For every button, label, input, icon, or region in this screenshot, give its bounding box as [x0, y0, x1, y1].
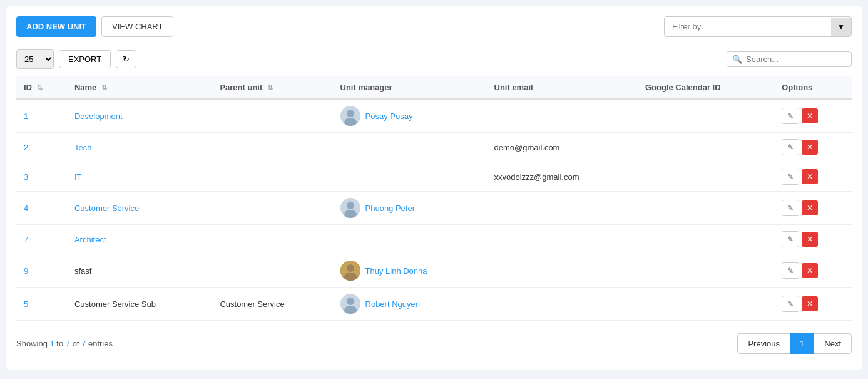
view-chart-button[interactable]: VIEW CHART: [101, 16, 173, 37]
col-google-calendar: Google Calendar ID: [638, 76, 774, 99]
sort-name-icon[interactable]: ⇅: [101, 84, 107, 91]
svg-point-7: [347, 264, 354, 272]
cell-parent-unit: [212, 162, 332, 192]
options-cell: ✎✕: [782, 108, 844, 124]
options-cell: ✎✕: [782, 169, 844, 185]
cell-google-calendar-id: [638, 162, 774, 192]
cell-unit-manager: [333, 225, 487, 254]
add-new-unit-button[interactable]: ADD NEW UNIT: [16, 16, 96, 37]
table-header: ID ⇅ Name ⇅ Parent unit ⇅ Unit manager U…: [16, 76, 852, 99]
cell-name: sfasf: [67, 254, 212, 288]
filter-by-dropdown[interactable]: ▼: [664, 16, 852, 37]
cell-unit-manager: Phuong Peter: [333, 192, 487, 225]
unit-name-link[interactable]: Tech: [74, 143, 91, 152]
cell-google-calendar-id: [638, 254, 774, 288]
edit-button[interactable]: ✎: [782, 108, 799, 124]
cell-unit-manager: Posay Posay: [333, 99, 487, 133]
cell-unit-email: [487, 225, 638, 254]
delete-button[interactable]: ✕: [802, 140, 818, 155]
table-row: 3ITxxvodoizzz@gmail.com✎✕: [16, 162, 852, 192]
options-cell: ✎✕: [782, 296, 844, 312]
manager-name: Robert Nguyen: [365, 299, 420, 309]
edit-button[interactable]: ✎: [782, 296, 799, 312]
cell-parent-unit: [212, 99, 332, 133]
manager-name: Thuy Linh Donna: [365, 266, 427, 276]
next-button[interactable]: Next: [814, 333, 852, 354]
cell-options: ✎✕: [774, 225, 852, 254]
pagination-controls: Previous 1 Next: [737, 333, 852, 354]
secondary-toolbar: 25 10 50 100 EXPORT ↻ 🔍: [16, 49, 852, 69]
manager-cell: Phuong Peter: [340, 198, 479, 218]
cell-id: 9: [16, 254, 67, 288]
cell-options: ✎✕: [774, 192, 852, 225]
cell-parent-unit: [212, 192, 332, 225]
cell-name: Architect: [67, 225, 212, 254]
cell-unit-email: [487, 288, 638, 321]
edit-button[interactable]: ✎: [782, 139, 799, 155]
cell-name: IT: [67, 162, 212, 192]
cell-options: ✎✕: [774, 162, 852, 192]
manager-name: Phuong Peter: [365, 204, 416, 213]
sort-parent-icon[interactable]: ⇅: [267, 84, 273, 91]
table-row: 9sfasfThuy Linh Donna✎✕: [16, 254, 852, 288]
cell-unit-manager: Thuy Linh Donna: [333, 254, 487, 288]
cell-id: 2: [16, 133, 67, 162]
table-row: 4Customer ServicePhuong Peter✎✕: [16, 192, 852, 225]
cell-name: Tech: [67, 133, 212, 162]
delete-button[interactable]: ✕: [802, 296, 818, 311]
cell-options: ✎✕: [774, 288, 852, 321]
cell-unit-email: [487, 192, 638, 225]
col-unit-manager: Unit manager: [333, 76, 487, 99]
cell-unit-manager: [333, 162, 487, 192]
secondary-toolbar-left: 25 10 50 100 EXPORT ↻: [16, 49, 136, 69]
per-page-select[interactable]: 25 10 50 100: [16, 49, 54, 69]
col-id: ID ⇅: [16, 76, 67, 99]
search-input[interactable]: [746, 55, 846, 64]
delete-button[interactable]: ✕: [802, 169, 818, 184]
cell-google-calendar-id: [638, 133, 774, 162]
filter-input[interactable]: [665, 17, 831, 36]
sort-id-icon[interactable]: ⇅: [37, 84, 43, 91]
cell-id: 5: [16, 288, 67, 321]
refresh-button[interactable]: ↻: [116, 50, 136, 68]
cell-id: 4: [16, 192, 67, 225]
unit-name-link[interactable]: Customer Service: [74, 204, 139, 213]
current-page: 1: [790, 333, 814, 354]
delete-button[interactable]: ✕: [802, 108, 818, 123]
top-toolbar-left: ADD NEW UNIT VIEW CHART: [16, 16, 173, 37]
delete-button[interactable]: ✕: [802, 232, 818, 247]
delete-button[interactable]: ✕: [802, 263, 818, 278]
cell-parent-unit: [212, 225, 332, 254]
filter-dropdown-arrow[interactable]: ▼: [831, 18, 851, 36]
cell-options: ✎✕: [774, 254, 852, 288]
search-icon: 🔍: [732, 55, 742, 64]
unit-name-link[interactable]: Architect: [74, 235, 106, 244]
showing-total: 7: [81, 339, 86, 348]
unit-name-link[interactable]: IT: [74, 172, 82, 182]
svg-point-4: [347, 202, 354, 209]
previous-button[interactable]: Previous: [737, 333, 790, 354]
cell-parent-unit: Customer Service: [212, 288, 332, 321]
showing-to: 7: [66, 339, 70, 348]
edit-button[interactable]: ✎: [782, 200, 799, 216]
cell-unit-email: [487, 254, 638, 288]
cell-id: 3: [16, 162, 67, 192]
edit-button[interactable]: ✎: [782, 231, 799, 247]
search-box: 🔍: [727, 51, 852, 67]
cell-google-calendar-id: [638, 225, 774, 254]
svg-point-1: [347, 110, 354, 117]
delete-button[interactable]: ✕: [802, 200, 818, 215]
showing-text: Showing 1 to 7 of 7 entries: [16, 339, 113, 348]
export-button[interactable]: EXPORT: [59, 50, 111, 68]
cell-unit-email: [487, 99, 638, 133]
unit-name-link[interactable]: Development: [74, 112, 123, 121]
manager-name: Posay Posay: [365, 112, 413, 121]
cell-unit-email: xxvodoizzz@gmail.com: [487, 162, 638, 192]
top-toolbar: ADD NEW UNIT VIEW CHART ▼: [16, 16, 852, 37]
manager-cell: Posay Posay: [340, 106, 479, 126]
edit-button[interactable]: ✎: [782, 262, 799, 279]
cell-name: Development: [67, 99, 212, 133]
cell-google-calendar-id: [638, 288, 774, 321]
edit-button[interactable]: ✎: [782, 169, 799, 185]
options-cell: ✎✕: [782, 231, 844, 247]
